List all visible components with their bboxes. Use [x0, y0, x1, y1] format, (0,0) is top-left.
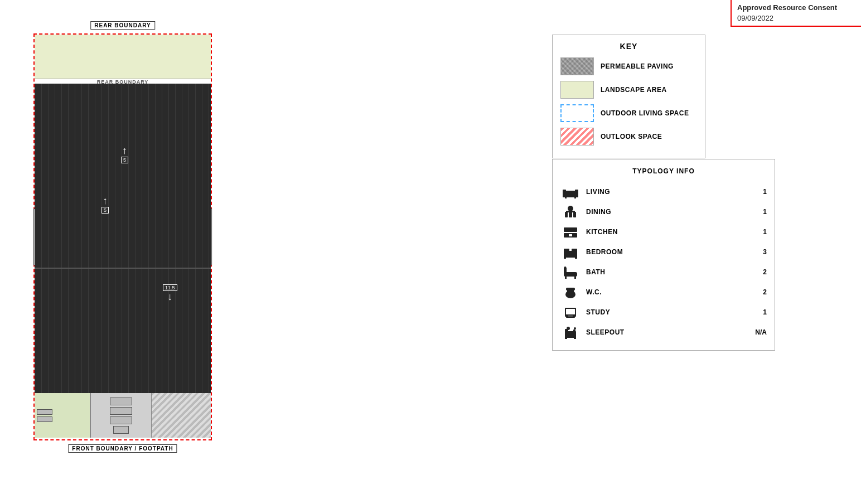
garage-area	[35, 393, 90, 438]
stamp-date: 09/09/2022	[737, 14, 855, 22]
rear-boundary-label-top: REAR BOUNDARY	[90, 21, 155, 30]
driveway-diagonal	[152, 393, 211, 438]
svg-rect-28	[566, 288, 575, 290]
svg-rect-32	[568, 316, 573, 317]
svg-rect-36	[565, 337, 567, 339]
bedroom-name: BEDROOM	[586, 248, 744, 256]
typology-row-living: LIVING 1	[560, 182, 767, 202]
key-swatch-landscape	[560, 81, 594, 99]
lower-section	[35, 393, 211, 438]
garage-door-1	[37, 409, 52, 415]
bath-icon	[560, 264, 581, 280]
svg-rect-2	[563, 190, 566, 197]
svg-rect-9	[573, 212, 576, 217]
wc-name: W.C.	[586, 288, 744, 296]
svg-point-38	[574, 327, 576, 329]
svg-rect-24	[565, 277, 567, 279]
building-body: ↑ 5 ↑ 5 11.5 ↓	[35, 84, 211, 393]
typology-row-kitchen: KITCHEN 1	[560, 222, 767, 242]
key-label-landscape: LANDSCAPE AREA	[601, 86, 667, 94]
typology-row-sleepout: SLEEPOUT N/A	[560, 322, 767, 342]
kitchen-icon	[560, 224, 581, 240]
sleepout-icon	[560, 324, 581, 340]
dining-icon	[560, 204, 581, 220]
svg-rect-18	[572, 249, 577, 252]
key-title: KEY	[560, 42, 697, 51]
bath-value: 2	[750, 268, 767, 276]
svg-rect-20	[575, 256, 577, 259]
svg-rect-25	[574, 277, 576, 279]
key-item-permeable: PERMEABLE PAVING	[560, 57, 697, 75]
key-label-permeable: PERMEABLE PAVING	[601, 62, 674, 70]
parking-area	[90, 393, 152, 438]
svg-rect-4	[565, 196, 567, 198]
floorplan-container: REAR BOUNDARY FRONT BOUNDARY / FOOTPATH …	[33, 33, 212, 440]
key-label-outlook: OUTLOOK SPACE	[601, 133, 662, 140]
study-icon	[560, 304, 581, 320]
building-separator	[35, 268, 211, 269]
study-value: 1	[750, 308, 767, 316]
driveway-area	[152, 393, 211, 438]
kitchen-name: KITCHEN	[586, 228, 744, 236]
key-panel: KEY PERMEABLE PAVING LANDSCAPE AREA OUTD…	[552, 35, 705, 158]
key-swatch-permeable	[560, 57, 594, 75]
living-value: 1	[750, 188, 767, 196]
sleepout-name: SLEEPOUT	[586, 328, 744, 336]
svg-rect-8	[565, 212, 568, 217]
key-item-outlook: OUTLOOK SPACE	[560, 128, 697, 146]
svg-rect-31	[566, 309, 575, 314]
svg-rect-39	[573, 329, 575, 332]
svg-point-6	[568, 206, 573, 211]
svg-rect-17	[564, 249, 569, 252]
dining-name: DINING	[586, 208, 744, 216]
svg-rect-15	[569, 234, 572, 236]
typology-title: TYPOLOGY INFO	[560, 167, 767, 175]
key-label-outdoor: OUTDOOR LIVING SPACE	[601, 109, 689, 117]
sleepout-value: N/A	[750, 328, 767, 336]
parking-space-4	[113, 426, 129, 434]
key-item-outdoor: OUTDOOR LIVING SPACE	[560, 104, 697, 122]
svg-rect-19	[564, 256, 566, 259]
dining-value: 1	[750, 208, 767, 216]
arrow-up-1: ↑ 5	[121, 145, 128, 163]
key-swatch-outlook	[560, 128, 594, 146]
kitchen-value: 1	[750, 228, 767, 236]
parking-space-2	[110, 407, 132, 415]
parking-space-1	[110, 398, 132, 405]
approved-stamp: Approved Resource Consent 09/09/2022	[731, 0, 861, 27]
typology-panel: TYPOLOGY INFO LIVING 1 D	[552, 159, 775, 351]
svg-rect-37	[574, 337, 576, 339]
front-boundary-label: FRONT BOUNDARY / FOOTPATH	[68, 444, 177, 453]
svg-rect-10	[569, 212, 572, 217]
svg-rect-5	[574, 196, 576, 198]
typology-row-dining: DINING 1	[560, 202, 767, 222]
wc-value: 2	[750, 288, 767, 296]
parking-space-3	[110, 416, 132, 424]
landscape-area-top	[35, 35, 211, 79]
svg-point-23	[564, 266, 567, 269]
bedroom-icon	[560, 244, 581, 260]
key-swatch-outdoor	[560, 104, 594, 122]
arrow-up-2: ↑ 5	[101, 195, 109, 214]
building-stripes	[35, 84, 211, 393]
living-icon	[560, 184, 581, 200]
stamp-title: Approved Resource Consent	[737, 3, 855, 12]
svg-rect-35	[565, 329, 568, 332]
bath-name: BATH	[586, 268, 744, 276]
key-item-landscape: LANDSCAPE AREA	[560, 81, 697, 99]
study-name: STUDY	[586, 308, 744, 316]
typology-row-bath: BATH 2	[560, 262, 767, 282]
living-name: LIVING	[586, 188, 744, 196]
svg-rect-3	[575, 190, 578, 197]
garage-door-2	[37, 416, 52, 422]
arrow-down-1: 11.5 ↓	[163, 284, 177, 303]
bedroom-value: 3	[750, 248, 767, 256]
typology-row-study: STUDY 1	[560, 302, 767, 322]
typology-row-bedroom: BEDROOM 3	[560, 242, 767, 262]
wc-icon	[560, 284, 581, 300]
typology-row-wc: W.C. 2	[560, 282, 767, 302]
